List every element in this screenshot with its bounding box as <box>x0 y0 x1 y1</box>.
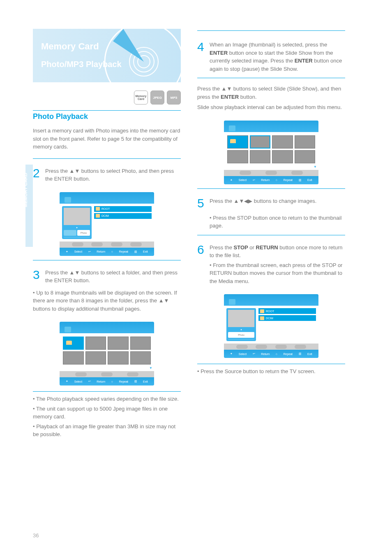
section-title-photo-playback: Photo Playback <box>33 112 181 121</box>
step-2-block: 2 Press the ▲▼ buttons to select Photo, … <box>33 158 181 188</box>
step-5-block: 5 Press the ▲▼◀▶ buttons to change image… <box>197 188 345 235</box>
step-3-block: 3 Press the ▲▼ buttons to select a folde… <box>33 260 181 318</box>
header-banner: Memory Card Photo/MP3 Playback <box>33 29 181 82</box>
step-3-text: Press the ▲▼ buttons to select a folder,… <box>45 265 181 285</box>
screenshot-file-list: ● Photo ROOT DCIM ✦Select ↩Return <box>60 192 154 256</box>
memory-card-icon: Memory Card <box>134 91 148 104</box>
after-step-4-block: Press the ▲▼ buttons to select Slide (Sl… <box>197 78 345 116</box>
step-num-2: 2 <box>33 164 42 182</box>
step-num-4: 4 <box>197 37 206 56</box>
step-6-block: 6 Press the STOP or RETURN button once m… <box>197 235 345 290</box>
step-num-5: 5 <box>197 194 206 212</box>
side-tab-label: MEMORY CARD <box>23 173 28 207</box>
step-4-text: When an Image (thumbnail) is selected, p… <box>210 37 345 73</box>
page-number: 36 <box>33 532 39 539</box>
step-num-3: 3 <box>33 265 42 284</box>
step-5-text: Press the ▲▼◀▶ buttons to change images. <box>210 194 345 205</box>
jpeg-icon: JPEG <box>150 91 164 104</box>
step-4-block: 4 When an Image (thumbnail) is selected,… <box>197 33 345 78</box>
mp3-icon: MP3 <box>167 91 181 104</box>
screenshot-thumbnail-grid-2: ▼ ✦Select ↩Return ○Repeat ▥Exit <box>224 121 318 184</box>
step-6-text: Press the STOP or RETURN button once mor… <box>210 240 345 260</box>
step-2-text: Press the ▲▼ buttons to select Photo, an… <box>45 164 181 183</box>
step-num-6: 6 <box>197 240 206 259</box>
screenshot-file-list-2: ● Photo ROOT DCIM ✦Select ↩Return ○Repea… <box>224 294 318 358</box>
screenshot-thumbnail-grid: ▼ ✦Select ↩Return ○Repeat ▥Exit <box>60 322 154 385</box>
disc-icon <box>90 29 181 82</box>
intro-text: Insert a memory card with Photo images i… <box>33 127 181 151</box>
